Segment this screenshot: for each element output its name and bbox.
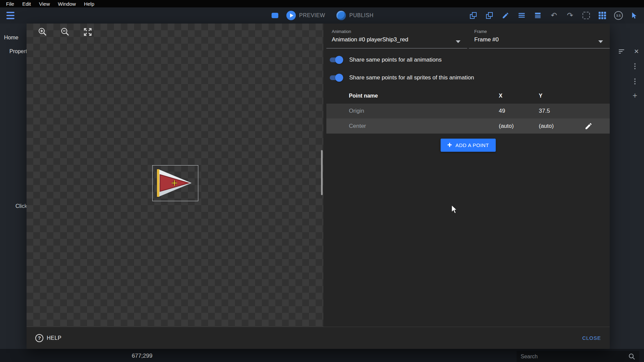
redo-icon[interactable]: ↷ <box>565 11 575 20</box>
help-button[interactable]: ? HELP <box>35 334 62 342</box>
undo-icon[interactable]: ↶ <box>549 11 559 20</box>
grid-icon[interactable] <box>598 11 607 20</box>
more-options-icon[interactable] <box>634 63 636 70</box>
point-x-cell[interactable]: (auto) <box>499 123 514 130</box>
tab-home[interactable]: Home <box>4 35 18 41</box>
layers-icon[interactable] <box>533 11 542 20</box>
frame-dropdown-label: Frame <box>474 29 487 34</box>
dashed-grid-icon[interactable] <box>581 11 591 20</box>
chevron-down-icon[interactable] <box>456 40 460 43</box>
player-ship-sprite <box>153 166 198 201</box>
point-x-cell[interactable]: 49 <box>499 108 505 114</box>
mouse-cursor <box>451 205 457 215</box>
share-points-all-animations-toggle[interactable] <box>328 56 343 64</box>
toggle-label: Share same points for all sprites of thi… <box>349 74 474 81</box>
menu-view[interactable]: View <box>35 1 54 7</box>
sprite-canvas[interactable] <box>27 24 323 327</box>
controller-icon[interactable] <box>272 13 278 18</box>
menu-help[interactable]: Help <box>80 1 98 7</box>
animation-dropdown[interactable]: Animation Animation #0 playerShip3_red <box>326 24 467 48</box>
zoom-out-icon[interactable] <box>60 27 70 37</box>
header-y: Y <box>539 93 542 99</box>
points-table-header: Point name X Y <box>326 90 610 102</box>
publish-button[interactable]: PUBLISH <box>349 12 373 19</box>
mouse-coordinates: 677;299 <box>132 353 152 359</box>
frame-dropdown[interactable]: Frame Frame #0 <box>469 24 610 48</box>
add-point-button[interactable]: + ADD A POINT <box>440 139 495 152</box>
table-row-center[interactable]: Center (auto) (auto) <box>326 118 610 134</box>
table-row-origin[interactable]: Origin 49 37.5 <box>326 104 610 118</box>
point-name-cell: Origin <box>349 108 364 114</box>
point-y-cell[interactable]: (auto) <box>539 123 554 130</box>
menubar: File Edit View Window Help <box>0 0 644 7</box>
properties-hint-text: Click <box>15 203 27 209</box>
more-options-icon[interactable] <box>634 78 636 85</box>
zoom-in-icon[interactable] <box>38 27 48 37</box>
search-icon[interactable] <box>629 353 635 360</box>
edit-point-pencil-icon[interactable] <box>585 122 593 130</box>
editor-toolbar-icons: ↶ ↷ 1:1 <box>469 7 639 24</box>
frame-dropdown-value: Frame #0 <box>474 36 499 43</box>
canvas-scrollbar[interactable] <box>321 150 323 195</box>
fit-view-icon[interactable] <box>83 27 93 37</box>
search-placeholder: Search <box>521 354 629 360</box>
edit-points-dialog: Animation Animation #0 playerShip3_red F… <box>27 24 610 349</box>
pointer-icon[interactable] <box>630 11 639 20</box>
menu-file[interactable]: File <box>2 1 18 7</box>
project-manager-menu-icon[interactable] <box>5 10 16 21</box>
help-circle-icon: ? <box>35 334 43 342</box>
sort-filter-icon[interactable] <box>619 48 624 55</box>
toggle-label: Share same points for all animations <box>349 57 442 63</box>
add-point-label: ADD A POINT <box>455 142 489 148</box>
search-input[interactable]: Search <box>517 351 639 362</box>
publish-globe-icon[interactable] <box>336 11 346 20</box>
panel-close-icon[interactable]: ✕ <box>634 48 639 55</box>
copy-panels-icon[interactable] <box>469 11 478 20</box>
points-panel: Animation Animation #0 playerShip3_red F… <box>326 24 610 327</box>
edit-pencil-icon[interactable] <box>501 11 510 20</box>
menu-edit[interactable]: Edit <box>18 1 35 7</box>
close-button[interactable]: CLOSE <box>582 335 601 341</box>
point-name-cell: Center <box>349 123 366 130</box>
chevron-down-icon[interactable] <box>598 40 603 43</box>
animation-dropdown-value: Animation #0 playerShip3_red <box>332 36 408 43</box>
menu-window[interactable]: Window <box>54 1 80 7</box>
share-points-all-sprites-toggle[interactable] <box>328 73 343 82</box>
header-point-name: Point name <box>349 93 378 99</box>
add-panel-icon[interactable]: + <box>633 91 637 100</box>
preview-play-icon[interactable] <box>286 11 296 20</box>
objects-panel-icon[interactable] <box>485 11 494 20</box>
point-y-cell[interactable]: 37.5 <box>539 108 550 114</box>
preview-button[interactable]: PREVIEW <box>299 12 325 19</box>
dialog-footer: ? HELP CLOSE <box>27 327 610 349</box>
header-x: X <box>499 93 502 99</box>
instances-list-icon[interactable] <box>517 11 526 20</box>
sprite-frame[interactable] <box>152 165 198 201</box>
help-label: HELP <box>47 335 62 341</box>
animation-dropdown-label: Animation <box>332 29 351 34</box>
zoom-1-1-icon[interactable]: 1:1 <box>614 11 623 20</box>
